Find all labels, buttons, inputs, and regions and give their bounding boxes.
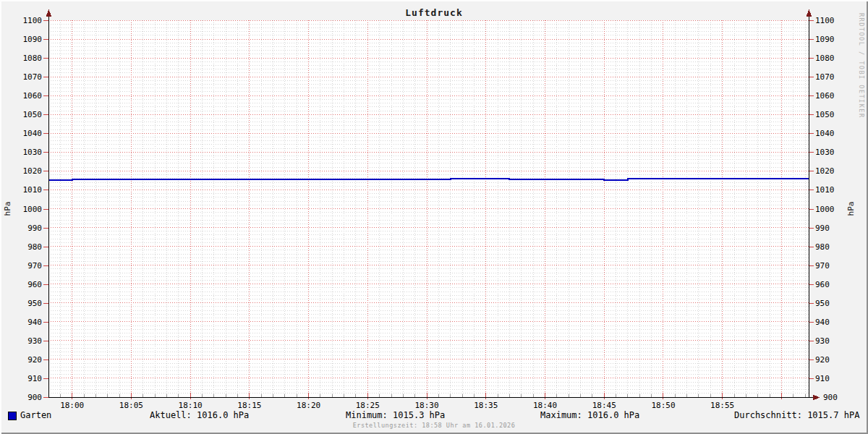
svg-text:950: 950 [27, 299, 42, 308]
svg-text:18:45: 18:45 [592, 401, 616, 410]
svg-text:18:05: 18:05 [119, 401, 143, 410]
series-color-swatch [8, 412, 17, 420]
svg-text:930: 930 [27, 336, 42, 346]
svg-text:18:55: 18:55 [710, 401, 734, 410]
svg-text:1050: 1050 [23, 110, 43, 119]
svg-text:990: 990 [27, 224, 42, 233]
svg-text:18:25: 18:25 [356, 401, 380, 410]
svg-text:1000: 1000 [815, 205, 835, 214]
svg-text:1040: 1040 [815, 129, 835, 138]
svg-text:18:40: 18:40 [533, 401, 557, 410]
svg-text:930: 930 [815, 336, 830, 346]
svg-text:1010: 1010 [815, 185, 835, 195]
svg-text:970: 970 [27, 261, 42, 271]
svg-text:1090: 1090 [23, 35, 43, 44]
x-axis-arrow-icon [813, 395, 820, 401]
creation-timestamp: Erstellungszeit: 18:58 Uhr am 16.01.2026 [353, 422, 516, 429]
svg-text:1020: 1020 [23, 166, 43, 176]
svg-text:940: 940 [815, 318, 830, 327]
svg-text:1090: 1090 [815, 35, 835, 44]
svg-text:950: 950 [815, 299, 830, 308]
svg-text:18:50: 18:50 [651, 401, 675, 410]
svg-text:1000: 1000 [23, 205, 43, 214]
svg-text:1060: 1060 [23, 91, 43, 101]
legend: Garten Aktuell: 1016.0 hPa Minimum: 1015… [0, 410, 868, 422]
svg-text:1050: 1050 [815, 110, 835, 119]
svg-text:1070: 1070 [815, 72, 835, 82]
svg-text:1100: 1100 [815, 16, 835, 25]
stat-average: Durchschnitt: 1015.7 hPA [734, 410, 859, 420]
svg-text:18:15: 18:15 [237, 401, 261, 410]
stat-minimum: Minimum: 1015.3 hPa [346, 410, 445, 420]
left-axis-arrow-icon [46, 9, 52, 17]
svg-text:1040: 1040 [23, 129, 43, 138]
rrdtool-graph-frame: Luftdruck RRDTOOL / TOBI OETIKER 9009009… [0, 0, 868, 434]
svg-text:920: 920 [27, 355, 42, 365]
svg-text:1080: 1080 [815, 54, 835, 63]
svg-text:900: 900 [27, 393, 42, 402]
svg-text:18:35: 18:35 [474, 401, 498, 410]
svg-text:980: 980 [815, 242, 830, 252]
right-axis-arrow-icon [807, 9, 812, 17]
svg-text:1030: 1030 [23, 148, 43, 157]
svg-text:1080: 1080 [23, 54, 43, 63]
svg-text:960: 960 [815, 280, 830, 289]
series-label: Garten [20, 410, 51, 420]
svg-text:1010: 1010 [23, 185, 43, 195]
stat-maximum: Maximum: 1016.0 hPa [540, 410, 639, 420]
svg-text:900: 900 [823, 393, 838, 402]
svg-text:1070: 1070 [23, 72, 43, 82]
svg-text:1060: 1060 [815, 91, 835, 101]
svg-text:920: 920 [815, 355, 830, 365]
svg-text:18:00: 18:00 [60, 401, 84, 410]
stat-current: Aktuell: 1016.0 hPa [150, 410, 249, 420]
svg-text:960: 960 [27, 280, 42, 289]
svg-text:980: 980 [27, 242, 42, 252]
svg-text:1030: 1030 [815, 148, 835, 157]
svg-text:940: 940 [27, 318, 42, 327]
pressure-chart-canvas: 9009009109109209209309309409409509509609… [0, 0, 868, 434]
svg-text:1100: 1100 [23, 16, 43, 25]
svg-text:18:10: 18:10 [179, 401, 203, 410]
svg-text:18:20: 18:20 [297, 401, 320, 410]
svg-text:1020: 1020 [815, 166, 835, 176]
x-axis-labels: 18:0018:0518:1018:1518:2018:2518:3018:35… [60, 401, 734, 410]
y-axis-title-right: hPa [846, 202, 856, 216]
svg-text:970: 970 [815, 261, 830, 271]
svg-text:910: 910 [27, 374, 42, 383]
svg-text:18:30: 18:30 [414, 401, 438, 410]
svg-text:990: 990 [815, 224, 830, 233]
y-axis-title-left: hPa [3, 202, 12, 216]
svg-text:910: 910 [815, 374, 830, 383]
